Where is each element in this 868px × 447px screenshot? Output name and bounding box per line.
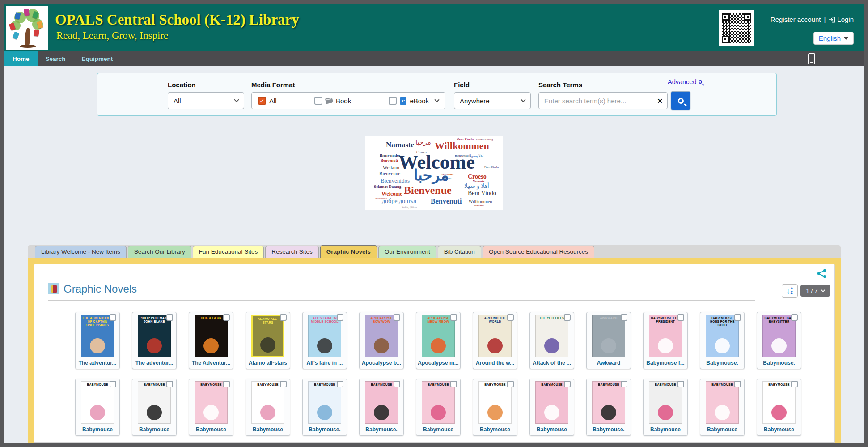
field-select[interactable]: Anywhere: [454, 92, 531, 109]
book-title-link[interactable]: Babymouse: [246, 426, 290, 433]
sort-az-button[interactable]: ↓ AZ: [782, 284, 798, 298]
book-title-link[interactable]: Apocalypse b...: [360, 360, 403, 366]
book-checkbox[interactable]: [507, 381, 514, 387]
book-title-link[interactable]: Babymouse: [700, 426, 744, 433]
book-cover[interactable]: BABYMOUSE: [81, 381, 114, 424]
book-cover[interactable]: APOCALYPSE BOW WOW: [365, 315, 398, 357]
book-checkbox[interactable]: [791, 381, 798, 387]
language-dropdown[interactable]: English: [813, 32, 854, 45]
book-title-link[interactable]: Babymouse: [189, 426, 233, 433]
book-title-link[interactable]: The Adventur...: [189, 360, 233, 366]
search-button[interactable]: [671, 91, 690, 110]
book-checkbox[interactable]: [110, 314, 116, 321]
book-cover[interactable]: PHILIP PULLMAN · JOHN BLAKE: [138, 315, 171, 357]
chevron-down-icon[interactable]: [434, 97, 439, 102]
tab-search-our-library[interactable]: Search Our Library: [128, 246, 191, 258]
book-checkbox[interactable]: [394, 381, 400, 387]
book-checkbox[interactable]: [507, 314, 514, 321]
book-checkbox[interactable]: [223, 381, 230, 387]
share-icon[interactable]: [817, 269, 826, 280]
location-select[interactable]: All: [168, 92, 244, 109]
tab-our-environment[interactable]: Our Environment: [378, 246, 436, 258]
book-title-link[interactable]: Awkward: [587, 360, 631, 366]
book-cover[interactable]: BABYMOUSE: [251, 381, 284, 424]
book-cover[interactable]: AWKWARD: [592, 315, 625, 357]
book-cover[interactable]: OOK & GLUK: [195, 315, 228, 357]
book-title-link[interactable]: Babymouse.: [757, 360, 801, 366]
book-cover[interactable]: BABYMOUSE: [308, 381, 341, 424]
book-title-link[interactable]: The adventur...: [76, 360, 119, 366]
book-cover[interactable]: BABYMOUSE: [706, 381, 739, 424]
book-checkbox[interactable]: [677, 381, 684, 387]
book-checkbox[interactable]: [166, 314, 173, 321]
mobile-phone-icon[interactable]: [808, 53, 815, 64]
tab-fun-educational-sites[interactable]: Fun Educational Sites: [193, 246, 264, 258]
book-title-link[interactable]: Babymouse: [530, 426, 574, 433]
book-checkbox[interactable]: [564, 381, 571, 387]
book-checkbox[interactable]: [337, 381, 343, 387]
book-checkbox[interactable]: [450, 381, 457, 387]
book-cover[interactable]: BABYMOUSE GOES FOR THE GOLD: [706, 315, 739, 357]
book-checkbox[interactable]: [564, 314, 571, 321]
advanced-search-link[interactable]: Advanced: [668, 78, 702, 85]
tab-graphic-novels[interactable]: Graphic Novels: [320, 245, 377, 258]
book-cover[interactable]: THE ADVENTURES OF CAPTAIN UNDERPANTS: [81, 315, 114, 357]
book-title-link[interactable]: The adventur...: [132, 360, 176, 366]
book-cover[interactable]: BABYMOUSE: [535, 381, 568, 424]
tab-bib-citation[interactable]: Bib Citation: [438, 246, 481, 258]
book-checkbox[interactable]: [734, 381, 741, 387]
book-cover[interactable]: BABYMOUSE: [365, 381, 398, 424]
book-checkbox[interactable]: [621, 314, 627, 321]
checkbox[interactable]: [389, 97, 397, 105]
book-cover[interactable]: ALL'S FAIRE IN MIDDLE SCHOOL: [308, 315, 341, 357]
book-checkbox[interactable]: [110, 381, 116, 387]
media-option-ebook[interactable]: eeBook: [389, 97, 429, 105]
book-cover[interactable]: THE YETI FILES: [535, 315, 568, 357]
book-checkbox[interactable]: [621, 381, 627, 387]
book-checkbox[interactable]: [223, 314, 230, 321]
book-checkbox[interactable]: [791, 314, 798, 321]
book-cover[interactable]: BABYMOUSE: [649, 381, 682, 424]
book-checkbox[interactable]: [166, 381, 173, 387]
login-link[interactable]: Login: [829, 16, 854, 23]
book-checkbox[interactable]: [734, 314, 741, 321]
tab-open-source-educational-resources[interactable]: Open Source Educational Resources: [483, 246, 594, 258]
clear-search-icon[interactable]: ✕: [657, 97, 663, 105]
book-title-link[interactable]: Babymouse.: [700, 360, 744, 366]
book-checkbox[interactable]: [450, 314, 457, 321]
book-cover[interactable]: AROUND THE WORLD: [478, 315, 512, 357]
book-cover[interactable]: BABYMOUSE FOR PRESIDENT: [649, 315, 682, 357]
register-account-link[interactable]: Register account: [771, 16, 821, 23]
book-cover[interactable]: BABYMOUSE BAD BABYSITTER: [762, 315, 796, 357]
book-checkbox[interactable]: [280, 381, 287, 387]
book-checkbox[interactable]: [394, 314, 400, 321]
book-title-link[interactable]: Alamo all-stars: [246, 360, 290, 366]
book-cover[interactable]: ALAMO ALL-STARS: [251, 315, 284, 357]
book-title-link[interactable]: Babymouse: [76, 426, 119, 433]
nav-item-home[interactable]: Home: [4, 51, 38, 66]
book-cover[interactable]: BABYMOUSE: [138, 381, 171, 424]
book-title-link[interactable]: Babymouse f...: [644, 360, 687, 366]
book-title-link[interactable]: Babymouse.: [587, 426, 631, 433]
book-title-link[interactable]: Babymouse: [132, 426, 176, 433]
book-title-link[interactable]: Babymouse.: [360, 426, 403, 433]
page-select[interactable]: 1 / 7: [800, 285, 830, 297]
nav-item-search[interactable]: Search: [38, 51, 74, 66]
book-title-link[interactable]: Babymouse: [473, 426, 517, 433]
nav-item-equipment[interactable]: Equipment: [74, 51, 121, 66]
book-cover[interactable]: BABYMOUSE: [195, 381, 228, 424]
media-option-book[interactable]: Book: [314, 97, 351, 105]
search-input[interactable]: Enter search term(s) here... ✕: [538, 92, 668, 109]
book-cover[interactable]: BABYMOUSE: [592, 381, 625, 424]
book-checkbox[interactable]: [677, 314, 684, 321]
book-checkbox[interactable]: [280, 314, 287, 321]
book-title-link[interactable]: Babymouse: [416, 426, 460, 433]
media-option-all[interactable]: ✓All: [258, 97, 277, 105]
tab-library-welcome-new-items[interactable]: Library Welcome - New Items: [35, 246, 127, 258]
book-title-link[interactable]: Around the w...: [473, 360, 517, 366]
book-title-link[interactable]: Apocalypse m...: [416, 360, 460, 366]
book-title-link[interactable]: Babymouse.: [303, 426, 347, 433]
checkbox[interactable]: [314, 97, 322, 105]
book-title-link[interactable]: All's faire in ...: [303, 360, 347, 366]
book-title-link[interactable]: Babymouse: [757, 426, 801, 433]
